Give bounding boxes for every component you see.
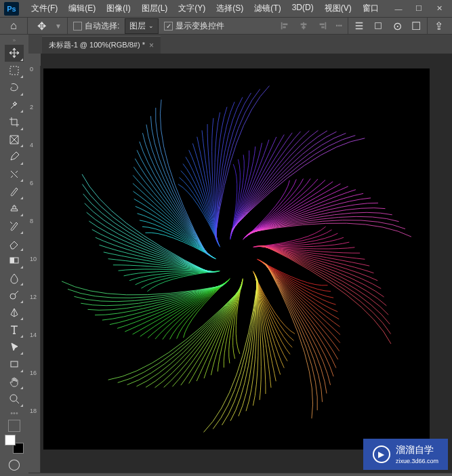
lasso-tool[interactable]	[5, 79, 24, 96]
show-transform-checkbox[interactable]: ✓	[164, 22, 173, 31]
workspace-icon[interactable]: ☐	[408, 18, 424, 34]
menu-edit[interactable]: 编辑(E)	[64, 0, 100, 17]
svg-rect-8	[321, 26, 324, 28]
brush-tool[interactable]	[5, 183, 24, 200]
hand-tool[interactable]	[5, 373, 24, 390]
menu-file[interactable]: 文件(F)	[27, 0, 62, 17]
gradient-tool[interactable]	[5, 252, 24, 269]
align-left-icon[interactable]	[276, 18, 293, 34]
search-icon[interactable]: ⊙	[389, 18, 405, 34]
auto-select-label: 自动选择:	[85, 20, 119, 32]
rectangle-tool[interactable]	[5, 356, 24, 373]
menu-filter[interactable]: 滤镜(T)	[250, 0, 285, 17]
watermark: ▶ 溜溜自学 zixue.3d66.com	[363, 439, 448, 470]
svg-rect-10	[356, 25, 363, 26]
svg-rect-4	[300, 24, 306, 26]
3d-mode-icon[interactable]	[370, 18, 386, 34]
svg-rect-17	[11, 361, 18, 367]
svg-rect-0	[281, 22, 282, 30]
watermark-url: zixue.3d66.com	[396, 458, 438, 464]
show-transform-label: 显示变换控件	[176, 20, 224, 32]
frame-tool[interactable]	[5, 131, 24, 148]
svg-rect-6	[325, 22, 326, 30]
options-bar: ⌂ ✥ ▼ 自动选择: 图层 ⌄ ✓ 显示变换控件 ••• ⊙ ☐	[0, 17, 452, 35]
align-right-icon[interactable]	[314, 18, 331, 34]
svg-rect-15	[10, 258, 14, 263]
vertical-ruler[interactable]: 024681012141618	[28, 66, 41, 473]
minimize-button[interactable]: —	[390, 3, 407, 15]
menu-image[interactable]: 图像(I)	[102, 0, 134, 17]
svg-rect-3	[303, 22, 304, 30]
auto-select-target-dropdown[interactable]: 图层 ⌄	[125, 18, 159, 34]
eraser-tool[interactable]	[5, 235, 24, 252]
move-tool[interactable]	[5, 45, 24, 62]
menu-bar: 文件(F) 编辑(E) 图像(I) 图层(L) 文字(Y) 选择(S) 滤镜(T…	[27, 0, 390, 17]
quick-mask-icon[interactable]: ◯	[8, 458, 20, 471]
path-select-tool[interactable]	[5, 338, 24, 355]
dodge-tool[interactable]	[5, 287, 24, 304]
magic-wand-tool[interactable]	[5, 96, 24, 113]
svg-rect-2	[283, 26, 285, 28]
collapse-tools-icon[interactable]: »	[5, 37, 24, 44]
svg-rect-12	[375, 23, 382, 29]
blur-tool[interactable]	[5, 269, 24, 286]
marquee-tool[interactable]	[5, 62, 24, 79]
svg-point-16	[10, 294, 16, 299]
history-brush-tool[interactable]	[5, 218, 24, 235]
svg-rect-5	[302, 26, 305, 28]
canvas[interactable]	[43, 68, 430, 450]
tool-strip: » ••• ◯ ▭	[0, 35, 28, 476]
menu-3d[interactable]: 3D(D)	[288, 0, 318, 17]
svg-rect-7	[319, 24, 324, 26]
svg-rect-13	[10, 66, 18, 75]
crop-tool[interactable]	[5, 114, 24, 131]
close-button[interactable]: ✕	[430, 3, 448, 15]
healing-brush-tool[interactable]	[5, 165, 24, 182]
document-tab-title: 未标题-1 @ 100%(RGB/8#) *	[49, 40, 145, 50]
status-bar: 100% › 文档:1.03M/1.03M ›	[28, 473, 452, 476]
move-tool-icon: ✥	[33, 18, 49, 34]
align-center-h-icon[interactable]	[295, 18, 312, 34]
eyedropper-tool[interactable]	[5, 148, 24, 165]
play-icon: ▶	[373, 445, 390, 463]
maximize-button[interactable]: ☐	[410, 3, 428, 15]
home-icon[interactable]: ⌂	[5, 18, 22, 34]
watermark-brand: 溜溜自学	[396, 444, 434, 455]
tool-overflow-icon[interactable]: •••	[10, 409, 18, 417]
foreground-color[interactable]	[5, 435, 16, 445]
menu-type[interactable]: 文字(Y)	[174, 0, 209, 17]
svg-rect-9	[356, 22, 363, 24]
pen-tool[interactable]	[5, 304, 24, 321]
svg-point-18	[10, 395, 17, 401]
color-swatch[interactable]	[5, 435, 24, 454]
close-tab-icon[interactable]: ×	[149, 41, 154, 50]
menu-view[interactable]: 视图(V)	[321, 0, 356, 17]
share-icon[interactable]: ⇪	[430, 18, 447, 34]
distribute-icon[interactable]	[351, 18, 367, 34]
menu-select[interactable]: 选择(S)	[212, 0, 247, 17]
clone-stamp-tool[interactable]	[5, 200, 24, 217]
svg-rect-11	[356, 28, 363, 30]
auto-select-checkbox[interactable]	[73, 22, 82, 31]
document-tab[interactable]: 未标题-1 @ 100%(RGB/8#) * ×	[42, 36, 161, 54]
svg-rect-1	[283, 24, 287, 26]
edit-toolbar-icon[interactable]	[8, 420, 20, 432]
zoom-tool[interactable]	[5, 391, 24, 408]
menu-window[interactable]: 窗口	[358, 0, 383, 17]
app-logo: Ps	[4, 2, 19, 16]
type-tool[interactable]	[5, 321, 24, 338]
spiral-artwork	[43, 68, 430, 450]
menu-layer[interactable]: 图层(L)	[138, 0, 172, 17]
